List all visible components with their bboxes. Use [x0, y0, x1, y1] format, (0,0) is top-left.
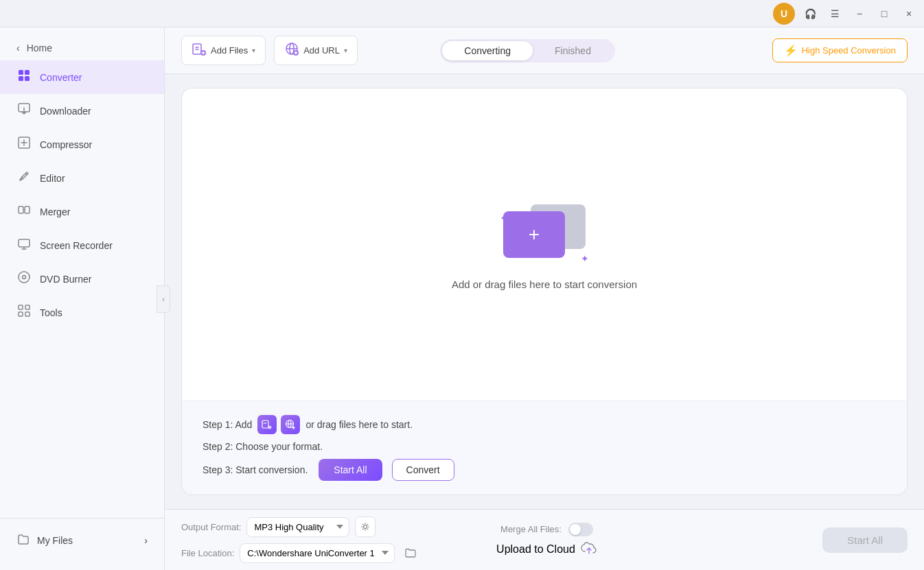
merger-icon — [16, 203, 32, 220]
merge-all-files-label: Merge All Files: — [500, 524, 562, 534]
svg-rect-1 — [25, 70, 30, 75]
folder-plus-icon: + — [529, 224, 540, 246]
add-files-label: Add Files — [211, 45, 248, 56]
add-url-button[interactable]: Add URL ▾ — [274, 36, 358, 65]
merge-toggle[interactable] — [568, 523, 593, 536]
tools-icon — [16, 304, 32, 321]
my-files-chevron: › — [144, 535, 148, 546]
add-url-icon — [284, 41, 299, 60]
sidebar-item-home[interactable]: ‹ Home — [0, 36, 164, 60]
svg-rect-17 — [19, 305, 23, 309]
folder-icon-wrapper: + ✦ ✦ — [503, 199, 586, 268]
start-all-main-button[interactable]: Start All — [822, 527, 908, 553]
sidebar-item-converter[interactable]: Converter — [0, 60, 164, 94]
upload-to-cloud-row: Upload to Cloud — [496, 542, 597, 558]
editor-icon — [16, 169, 32, 187]
sidebar-converter-label: Converter — [40, 72, 82, 83]
svg-line-9 — [25, 174, 27, 175]
sidebar-collapse-button[interactable]: ‹ — [157, 285, 170, 313]
user-avatar[interactable]: U — [773, 3, 795, 25]
cloud-icon[interactable] — [581, 542, 597, 558]
svg-rect-10 — [19, 206, 23, 213]
downloader-icon — [16, 102, 32, 119]
step-1-suffix: or drag files here to start. — [305, 419, 413, 430]
sidebar-item-merger[interactable]: Merger — [0, 195, 164, 228]
headset-icon[interactable]: 🎧 — [800, 4, 820, 23]
output-format-row: Output Format: MP3 High Quality MP4 AVI … — [181, 516, 421, 537]
sidebar-bottom: My Files › — [0, 518, 164, 562]
step-1-add-file-icon — [257, 415, 277, 434]
sidebar-item-dvd-burner[interactable]: DVD Burner — [0, 262, 164, 296]
sidebar-item-screen-recorder[interactable]: Screen Recorder — [0, 228, 164, 262]
dvd-burner-icon — [16, 270, 32, 287]
file-location-label: File Location: — [181, 548, 234, 558]
speed-label: High Speed Conversion — [802, 45, 896, 56]
sidebar-wrapper: ‹ Home Converter — [0, 27, 165, 570]
bottom-bar: Output Format: MP3 High Quality MP4 AVI … — [165, 509, 924, 570]
my-files-icon — [16, 532, 30, 548]
browse-folder-button[interactable] — [400, 543, 421, 563]
output-format-label: Output Format: — [181, 522, 241, 532]
tab-finished[interactable]: Finished — [533, 41, 613, 60]
step-3-row: Step 3: Start conversion. Start All Conv… — [203, 459, 886, 481]
minimize-button[interactable]: − — [850, 4, 869, 23]
merge-all-files-row: Merge All Files: — [500, 523, 593, 536]
output-format-select[interactable]: MP3 High Quality MP4 AVI MOV WAV AAC — [246, 517, 349, 537]
compressor-icon — [16, 136, 32, 153]
sidebar-compressor-label: Compressor — [40, 139, 92, 150]
tab-group: Converting Finished — [440, 39, 615, 62]
add-url-chevron: ▾ — [344, 47, 347, 54]
step-2-text: Step 2: Choose your format. — [203, 441, 323, 452]
add-files-icon — [192, 41, 207, 60]
drop-zone[interactable]: + ✦ ✦ Add or drag files here to start co… — [181, 88, 908, 401]
main-area: + ✦ ✦ Add or drag files here to start co… — [165, 74, 924, 509]
folder-main: + — [503, 211, 565, 258]
sparkle-icon-1: ✦ — [500, 213, 508, 224]
sidebar-home-label: Home — [27, 43, 52, 54]
add-files-button[interactable]: Add Files ▾ — [181, 36, 266, 65]
app-body: ‹ Home Converter — [0, 27, 924, 570]
toggle-knob — [570, 524, 581, 535]
svg-rect-20 — [25, 312, 30, 316]
format-settings-button[interactable] — [355, 516, 376, 537]
upload-to-cloud-label: Upload to Cloud — [496, 543, 575, 556]
sidebar-dvd-burner-label: DVD Burner — [40, 274, 91, 285]
file-location-select[interactable]: C:\Wondershare UniConverter 1 — [240, 543, 395, 563]
sidebar-item-editor[interactable]: Editor — [0, 161, 164, 195]
sidebar-tools-label: Tools — [40, 307, 62, 318]
tab-converting[interactable]: Converting — [442, 41, 533, 60]
toolbar: Add Files ▾ Add URL ▾ — [165, 27, 924, 74]
sidebar-item-compressor[interactable]: Compressor — [0, 128, 164, 161]
lightning-icon: ⚡ — [784, 44, 798, 57]
svg-rect-0 — [19, 70, 23, 75]
converter-icon — [16, 69, 32, 86]
start-all-button[interactable]: Start All — [319, 459, 382, 481]
sidebar-item-tools[interactable]: Tools — [0, 296, 164, 329]
drop-zone-text: Add or drag files here to start conversi… — [452, 278, 637, 290]
svg-rect-12 — [19, 239, 30, 247]
step-1-prefix: Step 1: Add — [203, 419, 252, 430]
svg-point-16 — [23, 276, 26, 279]
screen-recorder-icon — [16, 237, 32, 254]
step-1-add-url-icon — [281, 415, 300, 434]
step-3-prefix: Step 3: Start conversion. — [203, 464, 308, 475]
title-bar: U 🎧 ☰ − □ × — [0, 0, 924, 27]
svg-point-15 — [19, 272, 30, 283]
menu-icon[interactable]: ☰ — [825, 4, 844, 23]
svg-rect-2 — [19, 76, 23, 81]
high-speed-conversion-button[interactable]: ⚡ High Speed Conversion — [772, 38, 908, 62]
convert-button[interactable]: Convert — [392, 459, 454, 481]
close-button[interactable]: × — [899, 4, 919, 23]
svg-rect-33 — [262, 420, 268, 428]
file-location-row: File Location: C:\Wondershare UniConvert… — [181, 543, 421, 563]
sidebar: ‹ Home Converter — [0, 27, 165, 570]
step-1-icons — [257, 415, 300, 434]
maximize-button[interactable]: □ — [875, 4, 894, 23]
step-2-row: Step 2: Choose your format. — [203, 441, 886, 452]
sidebar-item-downloader[interactable]: Downloader — [0, 94, 164, 128]
sidebar-item-my-files[interactable]: My Files › — [16, 527, 148, 554]
sparkle-icon-2: ✦ — [581, 253, 589, 264]
svg-point-44 — [364, 525, 367, 529]
my-files-label: My Files — [37, 535, 73, 546]
svg-rect-11 — [25, 206, 30, 213]
